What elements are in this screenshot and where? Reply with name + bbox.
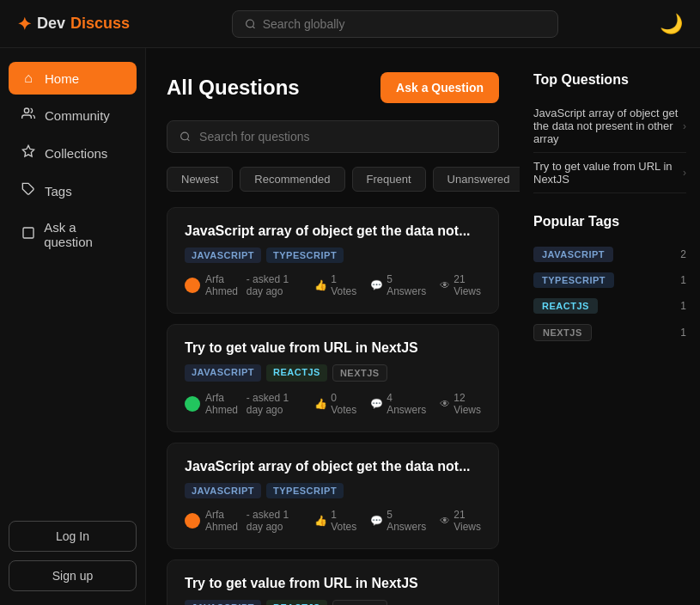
popular-tag-nextjs[interactable]: NEXTJS [533, 324, 592, 341]
question-time: - asked 1 day ago [247, 273, 301, 297]
sidebar-label-ask: Ask a question [44, 220, 125, 249]
tag-nextjs[interactable]: NEXTJS [332, 364, 387, 382]
filter-frequent[interactable]: Frequent [352, 167, 426, 192]
svg-marker-3 [22, 145, 33, 156]
author-name: Arfa Ahmed [205, 392, 241, 416]
filter-tabs: Newest Recommended Frequent Unanswered [167, 167, 499, 192]
popular-tag-typescript[interactable]: TYPESCRIPT [533, 272, 614, 288]
votes-stat: 👍 1 Votes [314, 509, 356, 533]
svg-point-2 [24, 108, 28, 113]
logo-discuss: Discuss [70, 15, 130, 33]
tag-typescript[interactable]: TYPESCRIPT [266, 248, 344, 263]
filter-newest[interactable]: Newest [167, 167, 233, 192]
global-search-input[interactable] [263, 17, 545, 31]
layout: ⌂ Home Community Collections [0, 48, 700, 605]
global-search[interactable] [232, 10, 558, 38]
votes-stat: 👍 0 Votes [314, 392, 356, 416]
sidebar-item-ask[interactable]: Ask a question [9, 211, 137, 258]
questions-search[interactable] [167, 120, 499, 153]
avatar [185, 513, 200, 529]
question-title: Try to get value from URL in NextJS [185, 340, 481, 356]
tag-javascript[interactable]: JAVASCRIPT [185, 248, 261, 263]
thumbs-up-icon: 👍 [314, 515, 327, 527]
svg-line-1 [253, 26, 254, 28]
sidebar: ⌂ Home Community Collections [0, 48, 146, 605]
ask-question-button[interactable]: Ask a Question [380, 72, 499, 103]
logo[interactable]: ✦ Dev Discuss [17, 14, 130, 34]
answers-count: 5 Answers [387, 273, 426, 297]
tag-nextjs[interactable]: NEXTJS [332, 600, 387, 605]
question-card[interactable]: Try to get value from URL in NextJS JAVA… [167, 559, 499, 605]
tag-count: 2 [680, 248, 686, 260]
right-sidebar: Top Questions JavaScript array of object… [520, 48, 700, 605]
sidebar-label-community: Community [45, 108, 110, 123]
tag-count: 1 [680, 300, 686, 312]
sidebar-item-tags[interactable]: Tags [9, 174, 137, 208]
tag-javascript[interactable]: JAVASCRIPT [185, 364, 261, 382]
question-author: Arfa Ahmed - asked 1 day ago [185, 273, 301, 297]
question-meta: Arfa Ahmed - asked 1 day ago 👍 1 Votes 💬… [185, 509, 481, 533]
filter-unanswered[interactable]: Unanswered [433, 167, 520, 192]
theme-toggle-icon[interactable]: 🌙 [660, 13, 683, 35]
answers-count: 4 Answers [387, 392, 426, 416]
tag-javascript[interactable]: JAVASCRIPT [185, 483, 261, 498]
sidebar-label-home: Home [45, 71, 79, 86]
popular-tags-title: Popular Tags [533, 214, 686, 229]
votes-count: 0 Votes [331, 392, 356, 416]
answers-icon: 💬 [370, 515, 383, 527]
question-tags: JAVASCRIPT REACTJS NEXTJS [185, 364, 481, 382]
views-count: 21 Views [453, 509, 481, 533]
login-button[interactable]: Log In [9, 521, 137, 552]
community-icon [21, 107, 36, 124]
answers-count: 5 Answers [387, 509, 426, 533]
avatar [185, 396, 200, 412]
question-card[interactable]: JavaScript array of object get the data … [167, 443, 499, 549]
signup-button[interactable]: Sign up [9, 560, 137, 591]
question-time: - asked 1 day ago [247, 392, 301, 416]
main-header: All Questions Ask a Question [167, 72, 499, 103]
top-question-1[interactable]: JavaScript array of object get the data … [533, 100, 686, 153]
filter-recommended[interactable]: Recommended [240, 167, 344, 192]
question-title: JavaScript array of object get the data … [185, 459, 481, 474]
header-right: 🌙 [660, 13, 683, 35]
popular-tags-section: Popular Tags JAVASCRIPT 2 TYPESCRIPT 1 R… [533, 214, 686, 346]
popular-tag-reactjs[interactable]: REACTJS [533, 298, 598, 314]
popular-tag-row: NEXTJS 1 [533, 319, 686, 346]
ask-icon [21, 226, 35, 243]
svg-point-6 [181, 132, 189, 140]
views-icon: 👁 [440, 279, 450, 291]
votes-stat: 👍 1 Votes [314, 273, 356, 297]
question-tags: JAVASCRIPT REACTJS NEXTJS [185, 600, 481, 605]
tag-reactjs[interactable]: REACTJS [266, 600, 327, 605]
popular-tag-javascript[interactable]: JAVASCRIPT [533, 247, 613, 262]
tag-typescript[interactable]: TYPESCRIPT [266, 483, 344, 498]
home-icon: ⌂ [21, 70, 36, 86]
sidebar-item-community[interactable]: Community [9, 98, 137, 132]
header: ✦ Dev Discuss 🌙 [0, 0, 700, 48]
logo-icon: ✦ [17, 14, 32, 34]
popular-tag-row: JAVASCRIPT 2 [533, 241, 686, 267]
tag-javascript[interactable]: JAVASCRIPT [185, 600, 261, 605]
top-question-2[interactable]: Try to get value from URL in NextJS › [533, 153, 686, 193]
chevron-right-icon: › [683, 167, 686, 179]
views-stat: 👁 21 Views [440, 509, 481, 533]
question-card[interactable]: Try to get value from URL in NextJS JAVA… [167, 324, 499, 432]
question-time: - asked 1 day ago [247, 509, 301, 533]
sidebar-item-home[interactable]: ⌂ Home [9, 62, 137, 95]
question-author: Arfa Ahmed - asked 1 day ago [185, 509, 301, 533]
answers-stat: 💬 5 Answers [370, 509, 426, 533]
thumbs-up-icon: 👍 [314, 279, 327, 291]
questions-search-input[interactable] [199, 130, 486, 144]
svg-rect-5 [23, 228, 33, 238]
question-card[interactable]: JavaScript array of object get the data … [167, 207, 499, 314]
question-author: Arfa Ahmed - asked 1 day ago [185, 392, 301, 416]
question-tags: JAVASCRIPT TYPESCRIPT [185, 248, 481, 263]
answers-icon: 💬 [370, 398, 383, 410]
author-name: Arfa Ahmed [205, 273, 241, 297]
sidebar-label-tags: Tags [45, 184, 72, 199]
tags-icon [21, 182, 36, 199]
avatar [185, 278, 200, 293]
sidebar-item-collections[interactable]: Collections [9, 136, 137, 170]
tag-reactjs[interactable]: REACTJS [266, 364, 327, 382]
top-question-text: JavaScript array of object get the data … [533, 107, 683, 145]
